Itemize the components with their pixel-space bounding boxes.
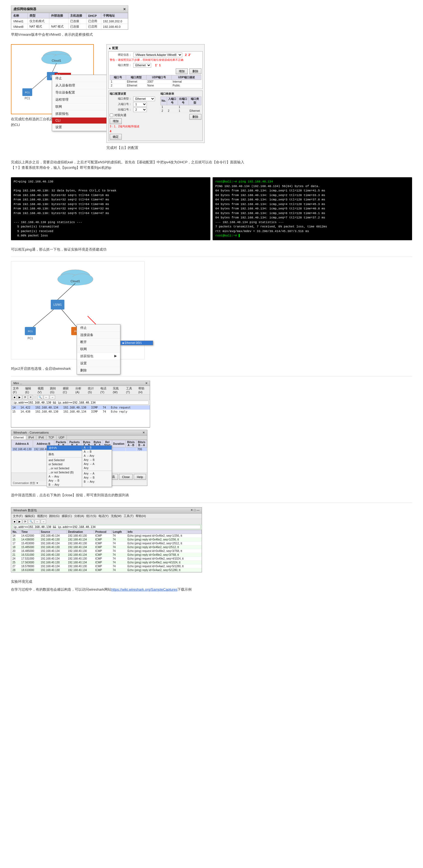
close-icon[interactable]: ✕ bbox=[123, 7, 126, 11]
menu-go[interactable]: 跳转(G) bbox=[50, 386, 60, 394]
pkt-tb-3[interactable]: ⟳ bbox=[23, 520, 28, 524]
pkt-filter-input[interactable] bbox=[12, 525, 201, 529]
fsm-a-any[interactable]: A → Any bbox=[47, 474, 82, 478]
fsr-any-b2[interactable]: Any → B bbox=[82, 475, 112, 480]
pkt-menu-wireless[interactable]: 无线(W) bbox=[111, 514, 122, 518]
fsr-a-any[interactable]: A → Any bbox=[82, 454, 112, 458]
table-row[interactable]: 1715.453000192.168.40.134192.168.40.130I… bbox=[11, 541, 202, 546]
pkt-tb-1[interactable]: ■ bbox=[12, 520, 17, 524]
menu-edit[interactable]: 编辑(E) bbox=[25, 386, 35, 394]
table-row[interactable]: 2818.610000192.168.40.130192.168.40.134I… bbox=[11, 568, 202, 572]
pkt-tb-4[interactable]: 🔍 bbox=[28, 520, 34, 524]
fsm-any-b[interactable]: Any → B bbox=[47, 478, 82, 483]
tab-udp[interactable]: UDP bbox=[56, 435, 67, 440]
port-type-select[interactable]: Ethernet bbox=[133, 63, 151, 68]
ws-btn-3[interactable]: ⟳ bbox=[23, 395, 28, 399]
wireshark-link[interactable]: https://wiki.wireshark.org/SampleCapture… bbox=[111, 587, 178, 591]
fsr-atob[interactable]: A → B bbox=[82, 445, 112, 450]
conv-title: Wireshark - Conversations ✕ bbox=[11, 430, 147, 435]
bind-select[interactable]: VMware Network Adapter VMnet8 — IP: 192.… bbox=[133, 53, 182, 57]
ws-btn-5[interactable]: 🔍 bbox=[37, 395, 43, 399]
tab-ipv6[interactable]: IPv6 bbox=[36, 435, 47, 440]
menu-capture[interactable]: 捕获(C) bbox=[63, 386, 73, 394]
port-type-label: 端口类型： bbox=[110, 63, 132, 67]
ws-btn-4[interactable]: ✕ bbox=[28, 395, 33, 399]
ctx2-capture[interactable]: 抓获报包 ▶ bbox=[77, 353, 120, 360]
table-row[interactable]: 2016.485000192.168.40.134192.168.40.130I… bbox=[11, 549, 202, 553]
fsm-or-not-selected[interactable]: ...or not Selected bbox=[47, 466, 82, 470]
table-row[interactable]: 1414.422000192.168.40.134192.168.40.130I… bbox=[11, 534, 202, 538]
pkt-menu-analyze[interactable]: 分析(A) bbox=[74, 514, 84, 518]
table-row[interactable]: 2517.563000192.168.40.130192.168.40.134I… bbox=[11, 561, 202, 564]
fsm-selected[interactable]: 选中内 bbox=[47, 445, 82, 451]
pkt-menu-capture[interactable]: 捕获(C) bbox=[62, 514, 72, 518]
table-row[interactable]: 2116.531000192.168.40.130192.168.40.134I… bbox=[11, 553, 202, 557]
fsm-and-selected[interactable]: and Selected bbox=[47, 458, 82, 462]
fsm-color[interactable]: 颜色 bbox=[47, 452, 82, 457]
menu-view[interactable]: 视图(V) bbox=[38, 386, 48, 394]
conv-help-btn[interactable]: Help bbox=[134, 474, 146, 480]
fsr-any-any[interactable]: Any bbox=[82, 466, 112, 470]
pkt-menu-go[interactable]: 跳转(G) bbox=[49, 514, 59, 518]
pkt-menu-help[interactable]: 帮助(H) bbox=[136, 514, 146, 518]
ws-btn-2[interactable]: ▶ bbox=[17, 395, 22, 399]
ctx2-disconnect[interactable]: 断开 bbox=[77, 339, 120, 346]
menu-analyze[interactable]: 分析(A) bbox=[75, 386, 85, 394]
pkt-menu-edit[interactable]: 编辑(E) bbox=[25, 514, 35, 518]
pkt-tb-6[interactable]: → bbox=[41, 520, 46, 524]
port-row: 2EthernetNonePublic bbox=[110, 84, 201, 87]
ctx2-stop[interactable]: 停止 bbox=[77, 324, 120, 332]
pkt-menu-file[interactable]: 文件(F) bbox=[13, 514, 23, 518]
del-port-btn[interactable]: 删除 bbox=[189, 68, 201, 74]
fsr-b-any2[interactable]: B → Any bbox=[82, 480, 112, 484]
table-row[interactable]: 1815.485000192.168.40.130192.168.40.134I… bbox=[11, 546, 202, 549]
menu-file[interactable]: 文件(F) bbox=[13, 386, 22, 394]
tab-ethernet[interactable]: Ethernet bbox=[11, 435, 26, 440]
ws-btn-1[interactable]: ■ bbox=[12, 395, 17, 399]
pkt-tb-5[interactable]: ← bbox=[35, 520, 40, 524]
fsr-any-a[interactable]: Any → A bbox=[82, 462, 112, 466]
pkt-close-icon[interactable]: ✕ □ — bbox=[191, 508, 199, 513]
menu-wireless[interactable]: 无线(W) bbox=[113, 386, 123, 394]
fsm-or-selected[interactable]: or Selected bbox=[47, 462, 82, 466]
port-add-btn[interactable]: 增加 bbox=[110, 118, 122, 124]
port-map-title: 端口映射表 bbox=[161, 92, 201, 96]
term-right-line-5: 64 bytes from 192.168.40.134: icmp_seq=4… bbox=[215, 202, 410, 207]
menu-help[interactable]: 帮助(H) bbox=[138, 386, 148, 394]
conv-close[interactable]: ✕ bbox=[142, 431, 145, 434]
ctx2-settings[interactable]: 设置 bbox=[77, 360, 120, 367]
ws-close-icon[interactable]: ✕ bbox=[145, 381, 148, 385]
fsr-any-a2[interactable]: Any → A bbox=[82, 471, 112, 475]
ctx2-network[interactable]: 联网 bbox=[77, 346, 120, 353]
ok-btn-bottom[interactable]: 确定 bbox=[110, 134, 122, 140]
pkt-tb-2[interactable]: ▶ bbox=[17, 520, 22, 524]
menu-phone[interactable]: 电话(Y) bbox=[101, 386, 110, 394]
table-row[interactable]: 2417.531000192.168.40.134192.168.40.130I… bbox=[11, 557, 202, 561]
table-row[interactable]: 2718.578000192.168.40.134192.168.40.130I… bbox=[11, 564, 202, 568]
pkt-menu-phone[interactable]: 电话(Y) bbox=[98, 514, 109, 518]
tab-tcp[interactable]: TCP bbox=[47, 435, 56, 440]
fsm-b-any[interactable]: B → Any bbox=[47, 483, 82, 487]
ctx2-delete[interactable]: 删除 bbox=[77, 367, 120, 374]
menu-stats[interactable]: 统计(S) bbox=[88, 386, 98, 394]
table-row[interactable]: 1514.438000192.168.40.130192.168.40.134I… bbox=[11, 538, 202, 541]
fsr-atob2[interactable]: A → B bbox=[82, 450, 112, 454]
ptype-sel[interactable]: Ethernet bbox=[133, 96, 155, 101]
out-port-sel[interactable]: 2 bbox=[133, 107, 147, 112]
in-port-sel[interactable]: 1 bbox=[133, 102, 147, 106]
ctx2-connect[interactable]: 连接设备 bbox=[77, 332, 120, 339]
fsr-any-b[interactable]: Any → B bbox=[82, 458, 112, 462]
conv-close-btn[interactable]: Close bbox=[119, 474, 133, 480]
fsm-or-not-b[interactable]: ...or not Selected (B) bbox=[47, 470, 82, 474]
udp-checkbox[interactable] bbox=[110, 114, 113, 117]
add-port-btn[interactable]: 增加 bbox=[176, 68, 188, 74]
menu-tools[interactable]: 工具(T) bbox=[126, 386, 136, 394]
pkt-menu-stats[interactable]: 统计(S) bbox=[86, 514, 96, 518]
tab-ipv4[interactable]: IPv4 bbox=[26, 435, 36, 440]
pkt-menu-tools[interactable]: 工具(T) bbox=[123, 514, 134, 518]
pm-del-btn[interactable]: 删除 bbox=[189, 114, 201, 120]
ws-filter-input[interactable] bbox=[12, 401, 149, 405]
ws-btn-6[interactable]: ← bbox=[44, 395, 49, 399]
ws-btn-7[interactable]: → bbox=[50, 395, 55, 399]
pkt-menu-view[interactable]: 视图(V) bbox=[37, 514, 47, 518]
